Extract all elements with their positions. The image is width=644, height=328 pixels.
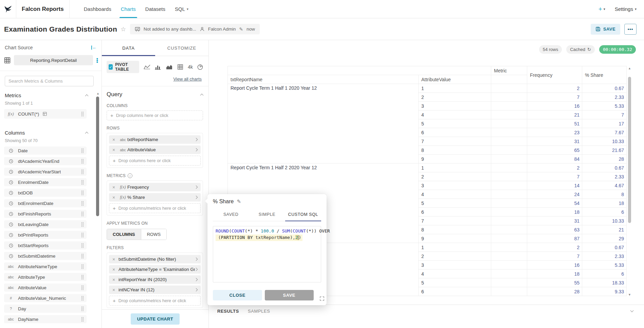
column-item[interactable]: txtDOB	[4, 189, 87, 197]
metric-column-header[interactable]: % Share	[582, 66, 627, 84]
drag-handle-icon[interactable]	[81, 285, 84, 290]
brand-name[interactable]: Falcon Reports	[16, 0, 70, 18]
drag-handle-icon[interactable]	[81, 111, 84, 117]
remove-icon[interactable]: ×	[109, 287, 118, 293]
save-button[interactable]: SAVE	[591, 24, 620, 35]
column-item[interactable]: ?Day	[4, 305, 87, 313]
rows-dropzone[interactable]: + Drop columns here or click	[109, 156, 201, 166]
line-chart-icon[interactable]	[144, 64, 150, 70]
drag-handle-icon[interactable]	[81, 243, 84, 248]
column-item[interactable]: dtAcademicYearStart	[4, 168, 87, 176]
remove-icon[interactable]: ×	[109, 185, 118, 190]
chevron-up-icon[interactable]	[85, 132, 89, 135]
filter-pill[interactable]: ×AttributeNameType = 'Examination Gr...	[109, 265, 201, 274]
tab-samples[interactable]: SAMPLES	[248, 309, 270, 314]
popup-tab-simple[interactable]: SIMPLE	[249, 209, 285, 221]
row-pill[interactable]: ×abcAttributeValue	[109, 145, 201, 154]
favorite-star-icon[interactable]: ☆	[121, 25, 126, 33]
viz-selected-pivot-table[interactable]: ✓ PIVOT TABLE	[107, 61, 139, 73]
chevron-right-icon[interactable]	[195, 268, 198, 271]
remove-icon[interactable]: ×	[109, 137, 118, 142]
collapse-sidebar-icon[interactable]: ←	[91, 46, 97, 50]
refresh-icon[interactable]: ↻	[587, 47, 591, 52]
viz-4k-icon[interactable]: 4k	[188, 64, 193, 70]
apply-rows-option[interactable]: ROWS	[141, 229, 166, 240]
search-input[interactable]	[5, 76, 94, 86]
filter-pill[interactable]: ×intNCYear IN (12)	[109, 286, 201, 294]
falcon-logo-icon[interactable]	[0, 0, 16, 18]
column-item[interactable]: txtFinishReports	[4, 210, 87, 218]
column-item[interactable]: dtAcademicYearEnd	[4, 157, 87, 165]
drag-handle-icon[interactable]	[81, 148, 84, 153]
scrollbar-thumb[interactable]	[96, 97, 99, 216]
dim-column-header[interactable]: txtReportName	[228, 75, 419, 84]
scroll-up-icon[interactable]: ▲	[628, 67, 631, 70]
column-item[interactable]: txtEnrolmentDate	[4, 199, 87, 207]
popup-tab-saved[interactable]: SAVED	[213, 209, 249, 221]
collapse-results-icon[interactable]	[630, 309, 634, 312]
chevron-right-icon[interactable]	[195, 148, 198, 152]
drag-handle-icon[interactable]	[81, 306, 84, 311]
bar-chart-icon[interactable]	[155, 64, 162, 70]
dataset-options-icon[interactable]: •••	[96, 58, 98, 63]
popup-save-button[interactable]: SAVE	[265, 290, 314, 300]
column-item[interactable]: Date	[4, 146, 87, 155]
dashboard-status[interactable]: Not added to any dashb...	[144, 27, 196, 32]
chevron-right-icon[interactable]	[195, 196, 198, 199]
tab-customize[interactable]: CUSTOMIZE	[155, 40, 208, 56]
popup-tab-custom-sql[interactable]: CUSTOM SQL	[285, 209, 321, 221]
columns-dropzone[interactable]: + Drop columns here or click	[107, 110, 203, 120]
filters-dropzone[interactable]: + Drop columns/metrics here or click	[109, 296, 201, 306]
chevron-up-icon[interactable]	[85, 94, 89, 98]
drag-handle-icon[interactable]	[81, 201, 84, 206]
metric-column-header[interactable]: Frequency	[527, 66, 582, 84]
apply-columns-option[interactable]: COLUMNS	[107, 229, 141, 240]
view-all-charts-link[interactable]: View all charts	[107, 76, 202, 82]
row-pill[interactable]: ×abctxtReportName	[109, 135, 201, 144]
remove-icon[interactable]: ×	[109, 147, 118, 153]
chevron-right-icon[interactable]	[195, 138, 198, 141]
filter-pill[interactable]: ×txtSubmitDatetime (No filter)	[109, 255, 201, 263]
drag-handle-icon[interactable]	[81, 275, 84, 280]
column-item[interactable]: #AttributeValue_Numeric	[4, 294, 87, 302]
drag-handle-icon[interactable]	[81, 317, 84, 322]
column-item[interactable]: txtStartReports	[4, 241, 87, 249]
remove-icon[interactable]: ×	[109, 267, 118, 272]
drag-handle-icon[interactable]	[81, 169, 84, 174]
drag-handle-icon[interactable]	[81, 159, 84, 164]
pie-chart-icon[interactable]	[197, 64, 203, 70]
column-item[interactable]: abcAttributeNameType	[4, 262, 87, 271]
settings-menu-button[interactable]: Settings▾	[615, 6, 637, 12]
sidebar-scrollbar[interactable]: ▲	[96, 92, 100, 327]
expand-editor-icon[interactable]	[320, 296, 324, 301]
metric-pill[interactable]: ×f(x)Frequency	[109, 183, 201, 191]
edit-metric-name-icon[interactable]: ✎	[237, 198, 241, 205]
metrics-dropzone[interactable]: + Drop columns/metrics here or click	[109, 203, 201, 213]
custom-sql-editor[interactable]: ROUND(COUNT(*) * 100.0 / SUM(COUNT(*)) O…	[213, 226, 321, 282]
drag-handle-icon[interactable]	[81, 264, 84, 269]
drag-handle-icon[interactable]	[81, 296, 84, 301]
scroll-down-icon[interactable]: ▼	[628, 293, 631, 296]
column-item[interactable]: abcDayName	[4, 315, 87, 323]
scrollbar-thumb[interactable]	[628, 77, 631, 223]
tab-data[interactable]: DATA	[102, 40, 155, 56]
edit-title-icon[interactable]: ✎	[239, 27, 243, 32]
chevron-right-icon[interactable]	[195, 186, 198, 189]
tab-results[interactable]: RESULTS	[217, 309, 239, 314]
filter-pill[interactable]: ×intReportYear IN (2020)	[109, 275, 201, 284]
nav-item-sql[interactable]: SQL▾	[170, 0, 193, 18]
remove-icon[interactable]: ×	[109, 195, 118, 200]
drag-handle-icon[interactable]	[81, 232, 84, 238]
column-item[interactable]: txtLeavingDate	[4, 220, 87, 228]
column-item[interactable]: abcAttributeType	[4, 273, 87, 281]
column-item[interactable]: txtPrintReports	[4, 231, 87, 239]
metric-pill[interactable]: ×f(x)% Share	[109, 193, 201, 202]
scroll-up-icon[interactable]: ▲	[96, 92, 100, 95]
metric-item[interactable]: f(x)COUNT(*)	[4, 109, 87, 119]
chevron-right-icon[interactable]	[195, 278, 198, 281]
cache-status-badge[interactable]: Cached ↻	[566, 45, 595, 54]
drag-handle-icon[interactable]	[81, 222, 84, 227]
nav-item-charts[interactable]: Charts	[116, 0, 141, 18]
new-menu-button[interactable]: +▾	[599, 5, 605, 13]
nav-item-datasets[interactable]: Datasets	[141, 0, 170, 18]
